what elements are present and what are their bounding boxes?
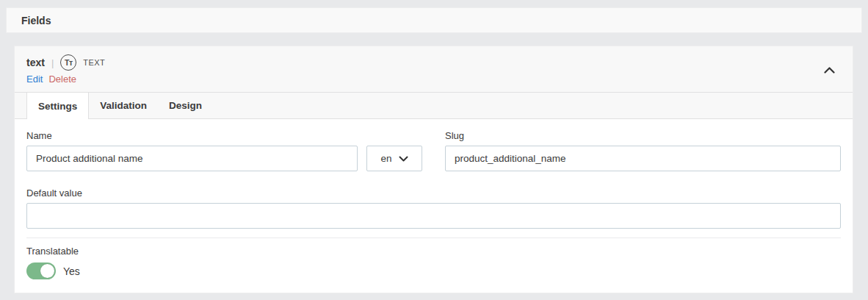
- name-input-group: en: [26, 146, 422, 171]
- name-column: Name en: [26, 130, 422, 171]
- fields-title: Fields: [21, 15, 51, 26]
- separator: |: [51, 57, 54, 68]
- text-type-icon: Tᴛ: [60, 54, 76, 71]
- chevron-up-icon: [824, 67, 835, 74]
- field-type-label: TEXT: [83, 58, 105, 67]
- slug-column: Slug: [445, 130, 841, 171]
- field-actions: Edit Delete: [26, 74, 841, 85]
- collapse-button[interactable]: [820, 61, 838, 79]
- chevron-down-icon: [399, 156, 408, 162]
- default-value-row: Default value: [26, 188, 841, 229]
- fields-header-bar: Fields: [6, 7, 862, 33]
- default-value-label: Default value: [26, 188, 841, 199]
- settings-panel: Name en Slug: [15, 119, 853, 279]
- edit-link[interactable]: Edit: [26, 74, 43, 85]
- tab-design[interactable]: Design: [158, 93, 213, 118]
- translatable-toggle-row: Yes: [26, 262, 841, 279]
- name-label: Name: [26, 130, 422, 141]
- name-slug-row: Name en Slug: [26, 130, 841, 171]
- tab-validation[interactable]: Validation: [89, 93, 158, 118]
- language-value: en: [380, 153, 391, 164]
- translatable-row: Translatable Yes: [26, 246, 841, 279]
- field-name: text: [26, 57, 45, 68]
- slug-label: Slug: [445, 130, 841, 141]
- name-input[interactable]: [26, 146, 358, 171]
- translatable-toggle[interactable]: [26, 262, 56, 279]
- translatable-label: Translatable: [26, 246, 841, 257]
- field-card: text | Tᴛ TEXT Edit Delete Settings Vali…: [14, 46, 853, 293]
- language-select[interactable]: en: [366, 146, 422, 171]
- delete-link[interactable]: Delete: [48, 74, 76, 85]
- default-value-input[interactable]: [26, 203, 841, 229]
- toggle-knob: [40, 264, 54, 278]
- section-divider: [26, 238, 841, 238]
- slug-input[interactable]: [445, 146, 841, 171]
- field-card-header: text | Tᴛ TEXT Edit Delete: [15, 46, 853, 92]
- tab-bar: Settings Validation Design: [15, 92, 853, 119]
- translatable-state: Yes: [63, 265, 80, 277]
- field-title-row: text | Tᴛ TEXT: [26, 54, 841, 71]
- tab-settings[interactable]: Settings: [26, 93, 89, 119]
